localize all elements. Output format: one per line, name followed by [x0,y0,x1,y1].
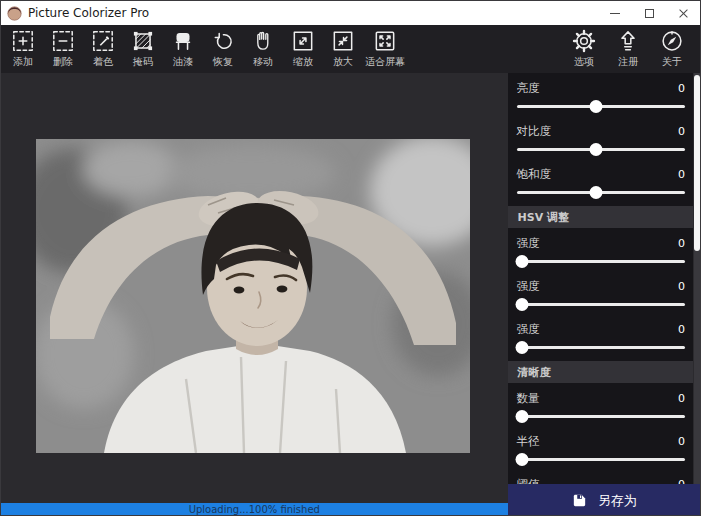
tool-label: 适合屏幕 [365,55,405,68]
slider-label: 强度 [517,279,540,294]
tool-paint[interactable]: 油漆 [163,25,203,73]
tool-register[interactable]: 注册 [608,25,648,73]
tool-about[interactable]: 关于 [652,25,692,73]
slider-row: 阈值0 [508,469,693,484]
slider-handle[interactable] [589,186,602,199]
slider-value: 0 [678,323,685,336]
slider-handle[interactable] [589,100,602,113]
slider-row: 对比度0 [508,116,693,159]
tool-label: 掩码 [133,55,153,68]
slider-value: 0 [678,125,685,138]
adjustment-panel: 亮度0对比度0饱和度0HSV 调整强度0强度0强度0清晰度数量0半径0阈值0 另… [508,73,700,516]
slider-label: 亮度 [517,81,540,96]
slider-value: 0 [678,82,685,95]
tool-delete[interactable]: 删除 [43,25,83,73]
slider-row: 饱和度0 [508,159,693,202]
canvas-column: Uploading...100% finished [1,73,508,516]
save-icon [571,492,588,509]
slider-handle[interactable] [516,453,529,466]
slider-label: 强度 [517,322,540,337]
statusbar: Uploading...100% finished [1,503,508,516]
scrollbar-thumb[interactable] [694,75,700,251]
window-title: Picture Colorizer Pro [28,6,149,20]
app-logo-icon [7,6,22,21]
tool-mask[interactable]: 掩码 [123,25,163,73]
close-button[interactable] [666,1,700,25]
slider-handle[interactable] [516,298,529,311]
tool-label: 注册 [618,55,638,68]
slider-label: 强度 [517,236,540,251]
slider-row: 数量0 [508,383,693,426]
slider-label: 对比度 [517,124,552,139]
register-icon [615,27,641,55]
maximize-button[interactable] [632,1,666,25]
minimize-icon [610,13,620,14]
tool-label: 删除 [53,55,73,68]
slider-row: 半径0 [508,426,693,469]
paint-roller-icon [170,27,196,55]
tool-options[interactable]: 选项 [564,25,604,73]
slider-track[interactable] [517,458,685,461]
slider-handle[interactable] [516,341,529,354]
app-window: Picture Colorizer Pro 添加删除着色掩码油漆恢复移动缩放放大… [0,0,701,516]
slider-value: 0 [678,237,685,250]
slider-label: 数量 [517,391,540,406]
tool-scale[interactable]: 缩放 [283,25,323,73]
tool-label: 缩放 [293,55,313,68]
save-as-button[interactable]: 另存为 [508,484,700,516]
minimize-button[interactable] [598,1,632,25]
slider-group: 强度0强度0强度0 [508,228,693,361]
tool-label: 着色 [93,55,113,68]
slider-track[interactable] [517,303,685,306]
window-controls [598,1,700,25]
tool-label: 油漆 [173,55,193,68]
scale-icon [290,27,316,55]
hand-move-icon [250,27,276,55]
tool-move[interactable]: 移动 [243,25,283,73]
tool-fit-screen[interactable]: 适合屏幕 [363,25,407,73]
colorize-icon [90,27,116,55]
remove-selection-icon [50,27,76,55]
tool-zoom-in[interactable]: 放大 [323,25,363,73]
tool-colorize[interactable]: 着色 [83,25,123,73]
titlebar: Picture Colorizer Pro [1,1,700,25]
section-header: HSV 调整 [508,206,693,228]
slider-row: 亮度0 [508,73,693,116]
slider-group: 亮度0对比度0饱和度0 [508,73,693,206]
gear-icon [571,27,597,55]
tool-add[interactable]: 添加 [3,25,43,73]
slider-value: 0 [678,168,685,181]
add-selection-icon [10,27,36,55]
slider-track[interactable] [517,260,685,263]
photo[interactable] [36,139,470,453]
slider-group: 数量0半径0阈值0 [508,383,693,484]
slider-handle[interactable] [589,143,602,156]
slider-handle[interactable] [516,255,529,268]
about-icon [659,27,685,55]
tool-label: 放大 [333,55,353,68]
tool-label: 移动 [253,55,273,68]
slider-label: 阈值 [517,477,540,485]
slider-row: 强度0 [508,271,693,314]
slider-row: 强度0 [508,314,693,357]
slider-track[interactable] [517,346,685,349]
restore-icon [210,27,236,55]
slider-handle[interactable] [516,410,529,423]
slider-track[interactable] [517,415,685,418]
toolbar-right: 选项注册关于 [564,25,692,73]
panel-scrollbar[interactable] [694,73,700,484]
editing-canvas[interactable] [1,73,508,503]
mask-icon [130,27,156,55]
main-area: Uploading...100% finished 亮度0对比度0饱和度0HSV… [1,73,700,516]
fit-screen-icon [372,27,398,55]
slider-value: 0 [678,392,685,405]
panel-body: 亮度0对比度0饱和度0HSV 调整强度0强度0强度0清晰度数量0半径0阈值0 [508,73,700,484]
close-icon [678,8,689,19]
slider-row: 强度0 [508,228,693,271]
toolbar-left: 添加删除着色掩码油漆恢复移动缩放放大适合屏幕 [3,25,407,73]
slider-label: 半径 [517,434,540,449]
tool-label: 关于 [662,55,682,68]
tool-label: 恢复 [213,55,233,68]
tool-restore[interactable]: 恢复 [203,25,243,73]
slider-value: 0 [678,478,685,485]
